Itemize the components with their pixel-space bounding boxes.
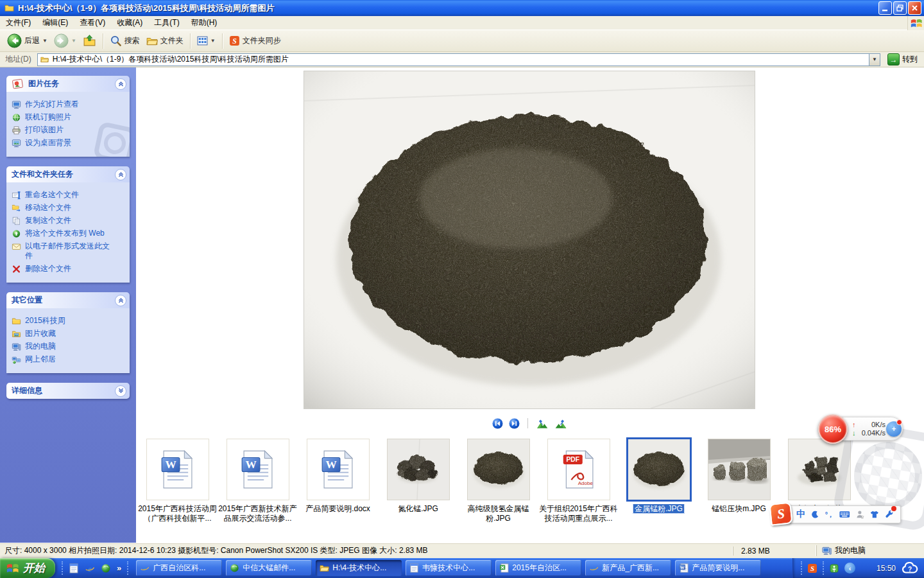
sogou-tray-icon[interactable] xyxy=(807,563,817,574)
go-arrow-icon: → xyxy=(887,53,900,66)
folder-icon xyxy=(4,3,15,13)
folders-button[interactable]: 文件夹 xyxy=(143,34,187,48)
rotate-cw-button[interactable] xyxy=(554,418,567,429)
soft-keyboard-icon[interactable] xyxy=(839,511,850,518)
expand-button[interactable] xyxy=(115,385,126,397)
taskbar-button-browser-1[interactable]: 广西自治区科... xyxy=(136,560,222,576)
thumbnail-pdf-doc[interactable]: 关于组织2015年广西科技活动周重点展示... xyxy=(538,439,619,523)
previous-image-button[interactable] xyxy=(492,418,503,429)
thumbnail-selected-powder[interactable]: 金属锰粉.JPG xyxy=(619,439,699,523)
thumbnail-briquettes[interactable]: 锰铝压块m.JPG xyxy=(699,439,779,523)
taskbar-handle[interactable] xyxy=(127,561,128,575)
status-file-size: 2.83 MB xyxy=(733,547,816,556)
ime-settings-wrench-icon[interactable] xyxy=(885,509,894,520)
quicklaunch-sphere-icon[interactable] xyxy=(101,563,111,574)
address-label: 地址(D) xyxy=(2,54,35,65)
rotate-ccw-button[interactable] xyxy=(536,418,549,429)
search-button[interactable]: 搜索 xyxy=(107,33,143,48)
task-rename-file[interactable]: 重命名这个文件 xyxy=(12,190,127,200)
taskbar-button-doc-2[interactable]: 2015年自治区... xyxy=(495,560,581,576)
task-set-wallpaper[interactable]: 设为桌面背景 xyxy=(12,138,127,148)
taskbar-button-word[interactable]: 产品简要说明... xyxy=(675,560,761,576)
task-delete-file[interactable]: 删除这个文件 xyxy=(12,264,127,274)
internet-explorer-icon[interactable] xyxy=(85,563,95,574)
thumbnail-word-doc-2[interactable]: 2015年广西新技术新产品展示交流活动参... xyxy=(218,439,298,523)
picture-tasks-header[interactable]: 图片任务 xyxy=(6,76,130,92)
restore-button[interactable] xyxy=(893,1,907,15)
taskbar-button-explorer[interactable]: H:\4-技术中心... xyxy=(316,560,402,576)
place-my-pictures[interactable]: 图片收藏 xyxy=(12,329,127,338)
details-header[interactable]: 详细信息 xyxy=(6,383,130,399)
memory-percent-ball[interactable]: 86% xyxy=(818,414,848,444)
moon-fullhalf-icon[interactable] xyxy=(811,511,819,519)
word-document-icon xyxy=(321,450,355,489)
go-button[interactable]: → 转到 xyxy=(883,53,922,66)
up-button[interactable] xyxy=(80,33,99,49)
minimize-button[interactable] xyxy=(878,1,892,15)
other-places-header[interactable]: 其它位置 xyxy=(6,292,130,308)
task-move-file[interactable]: 移动这个文件 xyxy=(12,203,127,213)
taskbar-clock[interactable]: 15:50 xyxy=(877,564,896,573)
place-my-computer[interactable]: 我的电脑 xyxy=(12,342,127,351)
collapse-button[interactable] xyxy=(115,78,126,90)
file-tasks-panel: 文件和文件夹任务 重命名这个文件 移动这个文件 xyxy=(6,166,130,283)
task-order-prints[interactable]: 联机订购照片 xyxy=(12,112,127,122)
thumbnail-word-doc-1[interactable]: 2015年广西科技活动周（广西科技创新平... xyxy=(137,439,218,523)
sogou-logo-icon[interactable]: S xyxy=(769,502,792,525)
toolbar-separator xyxy=(222,33,223,49)
back-dropdown-icon[interactable]: ▼ xyxy=(42,38,47,44)
quicklaunch-overflow-chevron[interactable]: » xyxy=(117,563,121,573)
cloud-help-icon[interactable] xyxy=(901,562,919,575)
speed-ball-widget[interactable]: ↑0K/s ↓0.04K/s 86% + xyxy=(818,414,903,444)
thumbnail-nitride-lumps[interactable]: 氮化锰.JPG xyxy=(378,439,458,523)
hide-icons-chevron[interactable]: ‹ xyxy=(844,563,855,574)
taskbar-button-doc-1[interactable]: 韦慷技术中心... xyxy=(406,560,492,576)
forward-button[interactable]: ▼ xyxy=(51,32,80,49)
usb-safely-remove-icon[interactable] xyxy=(829,563,839,574)
forward-dropdown-icon[interactable]: ▼ xyxy=(71,38,76,44)
file-tasks-header[interactable]: 文件和文件夹任务 xyxy=(6,166,130,182)
start-button[interactable]: 开始 xyxy=(0,558,55,578)
menu-tools[interactable]: 工具(T) xyxy=(148,15,185,30)
ime-language-toggle[interactable]: 中 xyxy=(796,509,805,520)
menu-edit[interactable]: 编辑(E) xyxy=(37,15,74,30)
ime-punctuation-toggle[interactable]: °， xyxy=(825,510,834,520)
ime-toolbar[interactable]: S 中 °， xyxy=(774,505,901,523)
taskbar-button-browser-2[interactable]: 新产品_广西新... xyxy=(585,560,671,576)
close-button[interactable] xyxy=(908,1,921,15)
quicklaunch-app-icon[interactable] xyxy=(69,563,79,574)
status-info: 尺寸: 4000 x 3000 相片拍照日期: 2014-12-6 10:23 … xyxy=(0,545,733,556)
task-view-slideshow[interactable]: 作为幻灯片查看 xyxy=(12,100,127,109)
quicklaunch-handle[interactable] xyxy=(62,561,63,575)
task-email-file[interactable]: 以电子邮件形式发送此文件 xyxy=(12,241,127,261)
back-button[interactable]: 后退 ▼ xyxy=(4,32,51,49)
taskbar-button-mail[interactable]: 中信大锰邮件... xyxy=(226,560,312,576)
task-print-picture[interactable]: 打印该图片 xyxy=(12,125,127,135)
other-places-panel: 其它位置 2015科技周 图片收藏 xyxy=(6,292,130,373)
network-tray-icon[interactable] xyxy=(860,563,871,574)
preview-image[interactable] xyxy=(304,71,755,409)
collapse-button[interactable] xyxy=(115,295,126,306)
task-copy-file[interactable]: 复制这个文件 xyxy=(12,216,127,225)
place-network[interactable]: 网上邻居 xyxy=(12,355,127,364)
ime-skin-icon[interactable] xyxy=(870,510,879,519)
menu-file[interactable]: 文件(F) xyxy=(0,15,37,30)
collapse-button[interactable] xyxy=(115,169,126,180)
ime-account-icon[interactable] xyxy=(856,510,865,519)
file-tasks-body: 重命名这个文件 移动这个文件 复制这个文件 将这个文件发布到 Web xyxy=(6,182,130,283)
views-button[interactable]: ▼ xyxy=(194,34,219,48)
views-dropdown-icon[interactable]: ▼ xyxy=(210,38,216,44)
task-publish-web[interactable]: 将这个文件发布到 Web xyxy=(12,229,127,238)
place-2015-folder[interactable]: 2015科技周 xyxy=(12,316,127,326)
menu-favorites[interactable]: 收藏(A) xyxy=(111,15,148,30)
next-image-button[interactable] xyxy=(509,418,520,429)
thumbnail-word-doc-3[interactable]: 产品简要说明.docx xyxy=(298,439,378,523)
up-icon xyxy=(83,34,96,48)
title-bar[interactable]: H:\4-技术中心\（1-9）各项科技活动\2015科技周\科技活动周所需图片 xyxy=(0,0,924,16)
menu-view[interactable]: 查看(V) xyxy=(74,15,111,30)
folder-sync-button[interactable]: 文件夹同步 xyxy=(226,34,284,48)
thumbnail-powder-1[interactable]: 高纯级脱氢金属锰粉.JPG xyxy=(458,439,538,523)
address-input[interactable]: H:\4-技术中心\（1-9）各项科技活动\2015科技周\科技活动周所需图片 … xyxy=(37,53,880,66)
menu-help[interactable]: 帮助(H) xyxy=(185,15,223,30)
address-dropdown-button[interactable]: ▼ xyxy=(869,54,880,66)
